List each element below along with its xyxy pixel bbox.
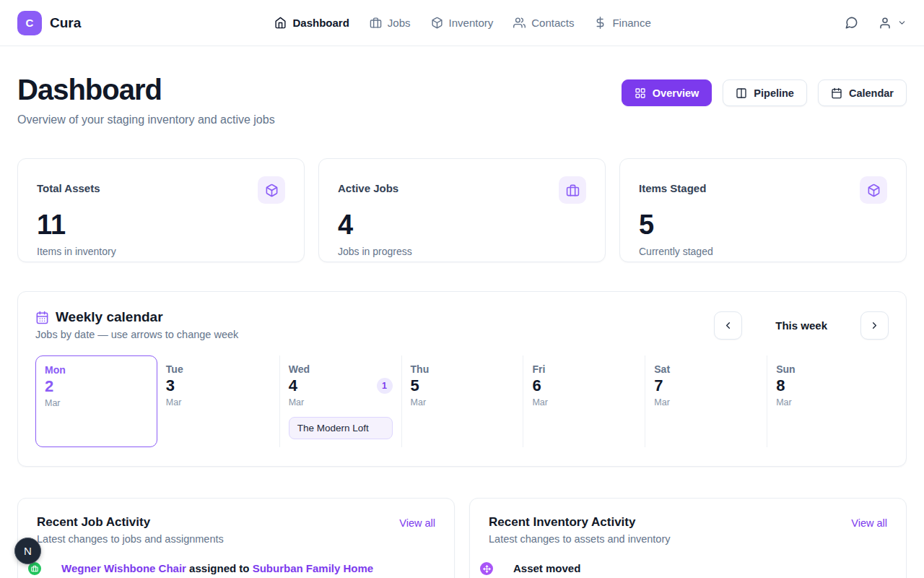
day-name: Sat	[654, 363, 758, 375]
briefcase-icon	[559, 176, 586, 204]
stat-label: Total Assets	[37, 176, 100, 194]
nav-label: Finance	[612, 17, 650, 29]
day-month: Mar	[411, 397, 515, 407]
package-icon	[258, 176, 285, 204]
nav-label: Contacts	[531, 17, 574, 29]
inventory-activity-entry: Asset moved 38 minutes ago r	[480, 562, 887, 578]
job-assignment-icon	[28, 562, 41, 575]
columns-icon	[736, 87, 747, 99]
job-activity-title: Recent Job Activity	[37, 515, 224, 530]
brand-name: Cura	[50, 15, 81, 31]
job-activity-subtitle: Latest changes to jobs and assignments	[37, 533, 224, 545]
overview-button[interactable]: Overview	[622, 79, 712, 106]
inventory-activity-entry-body: Asset moved 38 minutes ago r	[513, 562, 736, 578]
calendar-view-button[interactable]: Calendar	[818, 79, 907, 106]
inventory-activity-title: Recent Inventory Activity	[489, 515, 671, 530]
calendar-icon	[831, 87, 842, 99]
job-activity-entry-body: Wegner Wishbone Chair assigned to Suburb…	[61, 562, 373, 578]
view-switcher: Overview Pipeline Calendar	[622, 79, 907, 106]
button-label: Calendar	[849, 87, 894, 99]
calendar-title: Weekly calendar	[56, 309, 163, 325]
pipeline-button[interactable]: Pipeline	[723, 79, 807, 106]
grid-icon	[635, 87, 646, 99]
nav-item-dashboard[interactable]: Dashboard	[274, 17, 349, 29]
chevron-down-icon	[897, 18, 907, 27]
day-name: Fri	[532, 363, 636, 375]
page-header-text: Dashboard Overview of your staging inven…	[17, 74, 275, 126]
stat-card-items-staged: Items Staged 5 Currently staged	[619, 158, 907, 262]
stat-caption: Jobs in progress	[338, 246, 586, 257]
nav-item-inventory[interactable]: Inventory	[431, 17, 494, 29]
brand-logo: C	[17, 11, 42, 35]
calendar-controls: This week	[714, 311, 889, 340]
stat-card-active-jobs: Active Jobs 4 Jobs in progress	[318, 158, 606, 262]
day-month: Mar	[654, 397, 758, 407]
next-week-button[interactable]	[860, 311, 889, 340]
job-activity-entry: Wegner Wishbone Chair assigned to Suburb…	[28, 562, 435, 578]
asset-moved-icon	[480, 562, 493, 575]
day-date: 6	[532, 377, 541, 394]
stats-row: Total Assets 11 Items in inventory Activ…	[17, 158, 907, 262]
page-content: Dashboard Overview of your staging inven…	[0, 74, 924, 578]
inventory-activity-view-all-link[interactable]: View all	[851, 517, 887, 529]
stat-value: 11	[37, 210, 285, 241]
day-date: 4	[289, 377, 297, 394]
day-name: Thu	[411, 363, 515, 375]
previous-week-button[interactable]	[714, 311, 742, 340]
entry-middle-text: assigned to	[186, 562, 253, 574]
users-icon	[513, 17, 526, 29]
button-label: Overview	[653, 87, 699, 99]
nav-item-jobs[interactable]: Jobs	[370, 17, 411, 29]
stat-card-total-assets: Total Assets 11 Items in inventory	[17, 158, 305, 262]
stat-label: Items Staged	[639, 176, 706, 194]
inventory-activity-subtitle: Latest changes to assets and inventory	[489, 533, 671, 545]
inventory-activity-entry-text: Asset moved	[513, 562, 736, 574]
day-name: Sun	[776, 363, 880, 375]
nav-item-finance[interactable]: Finance	[594, 17, 650, 29]
nav-label: Dashboard	[292, 17, 349, 29]
day-month: Mar	[776, 397, 880, 407]
user-menu[interactable]	[879, 17, 907, 30]
timeline-marker-column	[28, 562, 41, 578]
page-subtitle: Overview of your staging inventory and a…	[17, 113, 275, 126]
stat-value: 4	[338, 210, 586, 241]
brand[interactable]: C Cura	[17, 11, 81, 35]
day-month: Mar	[289, 397, 393, 407]
job-activity-view-all-link[interactable]: View all	[399, 517, 435, 529]
job-activity-header: Recent Job Activity Latest changes to jo…	[37, 515, 224, 545]
day-cell-fri: Fri 6 Mar	[523, 355, 645, 447]
calendar-icon	[35, 311, 49, 324]
job-link[interactable]: Suburban Family Home	[253, 562, 374, 574]
timeline-marker-column	[480, 562, 493, 578]
day-month: Mar	[532, 397, 636, 407]
user-icon	[879, 17, 892, 30]
package-icon	[431, 17, 443, 29]
day-cell-sun: Sun 8 Mar	[767, 355, 889, 447]
dollar-icon	[594, 17, 606, 29]
nav-item-contacts[interactable]: Contacts	[513, 17, 574, 29]
week-period-label: This week	[775, 319, 827, 332]
calendar-event-chip[interactable]: The Modern Loft	[289, 417, 393, 439]
day-month: Mar	[166, 397, 271, 407]
floating-user-avatar[interactable]: N	[14, 538, 41, 564]
inventory-activity-header: Recent Inventory Activity Latest changes…	[489, 515, 671, 545]
page-title: Dashboard	[17, 74, 275, 106]
day-cell-wed: Wed 4 1 Mar The Modern Loft	[279, 355, 401, 447]
recent-job-activity-card: Recent Job Activity Latest changes to jo…	[17, 498, 455, 578]
recent-inventory-activity-card: Recent Inventory Activity Latest changes…	[469, 498, 907, 578]
day-date: 7	[654, 377, 663, 394]
day-month: Mar	[45, 398, 148, 408]
asset-link[interactable]: Wegner Wishbone Chair	[61, 562, 186, 574]
day-date: 2	[45, 378, 53, 395]
nav-label: Inventory	[449, 17, 494, 29]
day-name: Mon	[45, 364, 148, 376]
calendar-header-text: Weekly calendar Jobs by date — use arrow…	[35, 309, 238, 340]
day-cell-sat: Sat 7 Mar	[645, 355, 767, 447]
home-icon	[274, 17, 287, 29]
calendar-subtitle: Jobs by date — use arrows to change week	[35, 329, 238, 340]
chat-icon[interactable]	[845, 16, 858, 30]
stat-value: 5	[639, 210, 887, 241]
topbar-actions	[845, 16, 907, 30]
day-date: 3	[166, 377, 175, 394]
chevron-right-icon	[869, 320, 880, 331]
